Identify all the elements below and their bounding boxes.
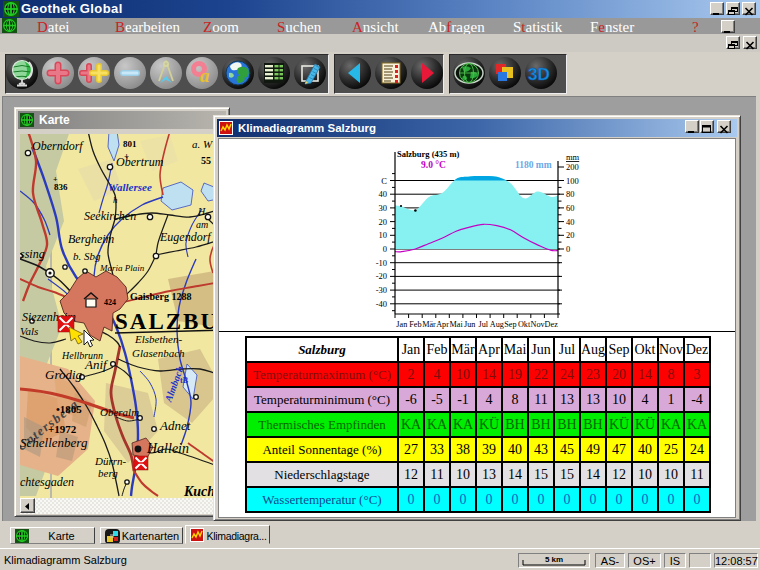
- svg-text:Mai: Mai: [450, 320, 464, 329]
- svg-text:Jul: Jul: [479, 320, 489, 329]
- svg-text:a. W: a. W: [192, 138, 213, 150]
- svg-text:Jun: Jun: [464, 320, 475, 329]
- svg-text:berg: berg: [98, 467, 118, 479]
- svg-text:20: 20: [566, 230, 575, 240]
- svg-text:Adnet: Adnet: [159, 418, 191, 433]
- svg-text:Apr: Apr: [436, 320, 449, 329]
- svg-text:100: 100: [566, 176, 579, 186]
- svg-text:C: C: [381, 176, 387, 186]
- svg-text:chtesgaden: chtesgaden: [20, 475, 74, 489]
- svg-text:Glasenbach: Glasenbach: [132, 347, 185, 359]
- svg-text:424: 424: [104, 298, 116, 307]
- svg-text:-40: -40: [376, 299, 387, 309]
- svg-text:40: 40: [566, 217, 575, 227]
- svg-text:80: 80: [566, 189, 575, 199]
- svg-text:Obertrum: Obertrum: [116, 155, 164, 169]
- svg-text:h: h: [113, 195, 118, 205]
- svg-text:Oberalm: Oberalm: [100, 406, 139, 418]
- svg-text:200: 200: [566, 162, 579, 172]
- svg-text:Dez: Dez: [545, 320, 559, 329]
- svg-text:Sep: Sep: [504, 320, 516, 329]
- svg-text:Elsbethen-: Elsbethen-: [134, 333, 182, 345]
- svg-text:Aug: Aug: [490, 320, 504, 329]
- svg-text:40: 40: [379, 189, 388, 199]
- svg-text:Nov: Nov: [531, 320, 546, 329]
- svg-text:801: 801: [123, 139, 137, 149]
- svg-text:Wallersee: Wallersee: [108, 181, 152, 193]
- svg-text:+1972: +1972: [48, 423, 77, 435]
- svg-text:20: 20: [379, 217, 388, 227]
- svg-text:Okt: Okt: [518, 320, 531, 329]
- svg-text:0: 0: [383, 244, 387, 254]
- svg-text:5 km: 5 km: [545, 555, 563, 564]
- svg-text:1180 mm: 1180 mm: [515, 160, 552, 170]
- svg-text:Salzburg (435 m): Salzburg (435 m): [397, 149, 460, 159]
- svg-text:a: a: [200, 65, 210, 86]
- svg-text:Mär: Mär: [422, 320, 436, 329]
- svg-text:ssing: ssing: [20, 247, 45, 261]
- svg-text:Seekirchen: Seekirchen: [84, 209, 136, 223]
- svg-text:Dürrn-: Dürrn-: [94, 455, 127, 467]
- svg-text:30: 30: [379, 203, 388, 213]
- svg-text:-20: -20: [376, 271, 387, 281]
- svg-text:Eugendorf: Eugendorf: [159, 230, 212, 244]
- svg-text:10: 10: [379, 230, 388, 240]
- svg-text:Feb: Feb: [409, 320, 421, 329]
- svg-text:60: 60: [566, 203, 575, 213]
- svg-text:9.0 °C: 9.0 °C: [421, 160, 446, 170]
- svg-text:3D: 3D: [528, 65, 550, 84]
- svg-text:Gaisberg 1288: Gaisberg 1288: [130, 291, 191, 302]
- svg-text:b. Sbg: b. Sbg: [73, 250, 101, 262]
- svg-text:Maria Plain: Maria Plain: [99, 263, 145, 273]
- svg-text:-30: -30: [376, 285, 387, 295]
- svg-text:tB: tB: [180, 376, 189, 385]
- svg-text:55: 55: [201, 155, 211, 166]
- svg-text:Kuch: Kuch: [183, 484, 215, 498]
- svg-text:am: am: [196, 219, 208, 230]
- svg-text:Oberndorf: Oberndorf: [32, 139, 84, 153]
- svg-text:Vals: Vals: [20, 325, 38, 337]
- svg-text:Hallein: Hallein: [146, 441, 189, 456]
- svg-text:H: H: [197, 206, 206, 217]
- svg-text:Anif: Anif: [84, 357, 109, 372]
- svg-text:SALZBURG: SALZBURG: [115, 309, 226, 334]
- svg-text:Jan: Jan: [396, 320, 407, 329]
- svg-text:•1805: •1805: [56, 403, 82, 415]
- svg-text:+: +: [53, 175, 58, 184]
- svg-text:0: 0: [566, 244, 570, 254]
- svg-text:Grodig: Grodig: [45, 367, 83, 382]
- svg-text:-10: -10: [376, 258, 387, 268]
- svg-text:mm: mm: [566, 152, 580, 162]
- svg-text:Bergheim: Bergheim: [68, 232, 115, 246]
- svg-text:Schellenberg: Schellenberg: [20, 435, 88, 450]
